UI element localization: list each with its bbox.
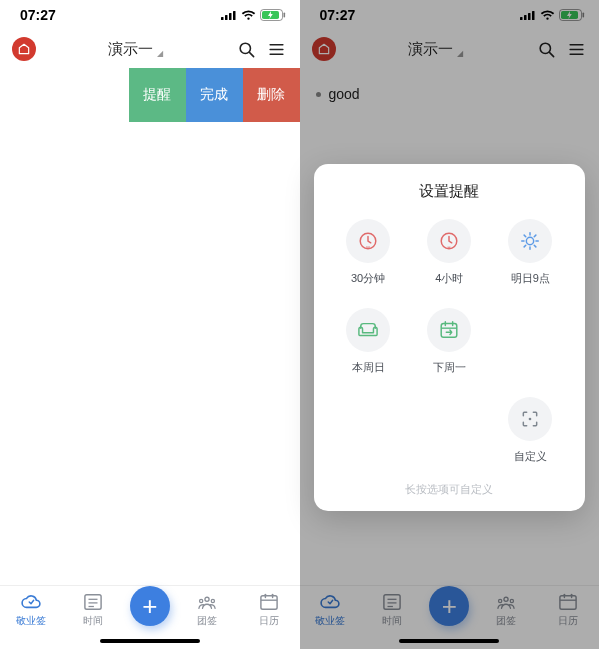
tab-time-label: 时间 [83,614,103,628]
tab-calendar[interactable]: 日历 [244,592,294,628]
svg-line-57 [525,245,527,247]
tab-bar: 敬业签 时间 + 团签 日历 [0,585,300,649]
svg-point-18 [211,599,214,602]
dropdown-corner-icon: ◢ [157,49,163,58]
svg-line-55 [525,235,527,237]
tab-calendar-label: 日历 [259,614,279,628]
svg-rect-2 [229,13,232,20]
opt-30min[interactable]: M 30分钟 [346,219,390,286]
battery-charging-icon [260,9,286,21]
svg-line-56 [535,245,537,247]
status-time: 07:27 [20,7,56,23]
opt-tomorrow9[interactable]: 明日9点 [508,219,552,286]
sofa-icon [346,308,390,352]
clock-4hour-icon: H [427,219,471,263]
team-icon [196,592,218,612]
opt-tomorrow9-label: 明日9点 [511,271,550,286]
wifi-icon [241,10,256,21]
clock-list-icon [82,592,104,612]
cloud-note-icon [20,592,42,612]
opt-4hour[interactable]: H 4小时 [427,219,471,286]
opt-next-monday[interactable]: 下周一 [427,308,471,375]
plus-icon: + [142,591,157,622]
opt-this-sunday-label: 本周日 [352,360,385,375]
nav-title[interactable]: 演示一 ◢ [44,40,228,59]
status-bar: 07:27 [0,0,300,30]
svg-text:M: M [366,245,370,250]
reminder-options-grid: M 30分钟 H 4小时 明日9点 本周日 [328,219,572,464]
svg-rect-19 [260,596,276,610]
swipe-done-label: 完成 [200,86,228,104]
opt-4hour-label: 4小时 [435,271,463,286]
svg-point-16 [205,597,209,601]
opt-30min-label: 30分钟 [351,271,385,286]
svg-rect-59 [441,324,457,338]
sun-icon [508,219,552,263]
custom-scan-icon [508,397,552,441]
opt-custom[interactable]: 自定义 [508,397,552,464]
tab-notes[interactable]: 敬业签 [6,592,56,628]
calendar-next-icon [427,308,471,352]
svg-text:H: H [448,245,451,250]
svg-rect-0 [221,17,224,20]
calendar-icon [258,592,280,612]
tab-time[interactable]: 时间 [68,592,118,628]
swipe-remind-label: 提醒 [143,86,171,104]
svg-point-7 [240,43,250,53]
home-indicator[interactable] [100,639,200,643]
opt-this-sunday[interactable]: 本周日 [346,308,390,375]
svg-rect-1 [225,15,228,20]
modal-hint: 长按选项可自定义 [328,482,572,497]
main-content-empty [0,122,300,585]
opt-custom-label: 自定义 [514,449,547,464]
swipe-lead-space [0,68,129,121]
reminder-modal: 设置提醒 M 30分钟 H 4小时 明日9点 [314,164,586,511]
tab-notes-label: 敬业签 [16,614,46,628]
svg-line-8 [250,52,254,56]
nav-header: 演示一 ◢ [0,30,300,68]
swipe-delete-label: 删除 [257,86,285,104]
svg-line-58 [535,235,537,237]
add-button[interactable]: + [130,586,170,626]
signal-icon [221,10,237,20]
status-icons [221,9,286,21]
svg-rect-3 [233,11,236,20]
svg-point-50 [527,237,534,244]
svg-point-63 [529,418,532,421]
tab-team-label: 团签 [197,614,217,628]
swipe-delete-button[interactable]: 删除 [243,68,300,122]
clock-30min-icon: M [346,219,390,263]
search-icon[interactable] [236,38,258,60]
svg-rect-6 [283,13,285,18]
swipe-remind-button[interactable]: 提醒 [129,68,186,122]
nav-title-label: 演示一 [108,40,153,59]
app-logo-icon[interactable] [12,37,36,61]
opt-next-monday-label: 下周一 [433,360,466,375]
swipe-actions-row: 提醒 完成 删除 [0,68,300,122]
tab-team[interactable]: 团签 [182,592,232,628]
svg-point-17 [199,599,202,602]
modal-title: 设置提醒 [328,182,572,201]
swipe-done-button[interactable]: 完成 [186,68,243,122]
menu-icon[interactable] [266,38,288,60]
